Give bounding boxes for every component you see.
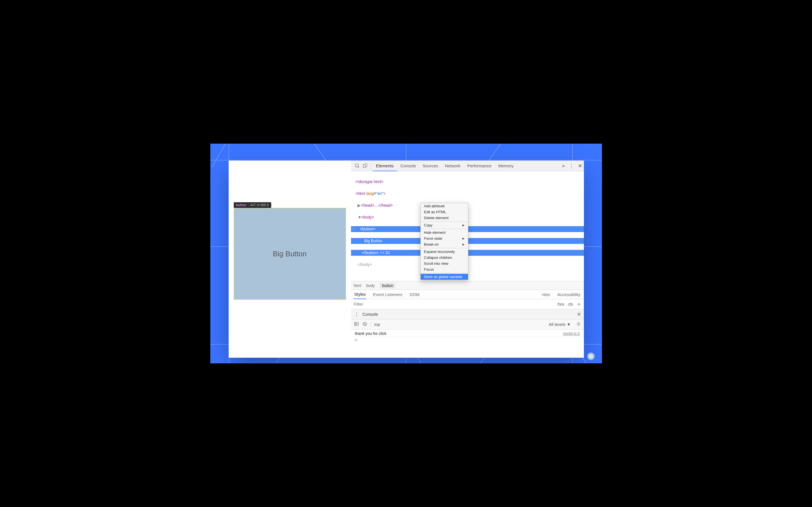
crumb-button[interactable]: button — [380, 283, 395, 288]
context-menu-item[interactable]: Delete element — [421, 215, 468, 221]
inspect-tooltip: button 447.3×365.5 — [234, 202, 271, 208]
page-preview: button 447.3×365.5 Big Button — [229, 161, 351, 358]
crumb-body[interactable]: body — [366, 283, 375, 288]
context-menu-item[interactable]: Collapse children — [421, 255, 468, 261]
console-settings-icon[interactable] — [576, 321, 581, 327]
tab-network[interactable]: Network — [442, 161, 464, 171]
console-log-row: thank you for click script.js:2 — [351, 331, 584, 337]
execution-context[interactable]: top — [374, 322, 380, 327]
console-toolbar: top All levels ▼ — [351, 320, 584, 330]
context-menu-item[interactable]: Store as global variable — [421, 274, 468, 280]
subtab-styles[interactable]: Styles — [354, 290, 366, 299]
subtab-accessibility[interactable]: Accessibility — [557, 290, 581, 299]
log-levels-dropdown[interactable]: All levels ▼ — [549, 322, 571, 327]
subtab-dom-breakpoints[interactable]: DOM — [409, 290, 420, 299]
hov-toggle[interactable]: :hov — [557, 302, 564, 306]
context-menu-item[interactable]: Copy▶ — [421, 222, 468, 228]
clear-console-icon[interactable] — [362, 321, 367, 327]
context-menu-item[interactable]: Edit as HTML — [421, 209, 468, 215]
tooltip-tagname: button — [236, 203, 246, 207]
context-menu-item[interactable]: Break on▶ — [421, 241, 468, 247]
styles-filter-input[interactable] — [354, 302, 410, 306]
new-style-rule-icon[interactable]: ＋ — [576, 300, 581, 308]
tab-performance[interactable]: Performance — [464, 161, 495, 171]
tooltip-dimensions: 447.3×365.5 — [250, 203, 269, 207]
context-menu-item[interactable]: Hide element — [421, 230, 468, 235]
log-message: thank you for click — [355, 331, 387, 336]
close-drawer-icon[interactable]: ✕ — [577, 311, 581, 318]
subtab-event-listeners[interactable]: Event Listeners — [372, 290, 403, 299]
console-sidebar-toggle-icon[interactable] — [354, 321, 359, 327]
subtab-properties-cut[interactable]: rties — [541, 290, 550, 299]
context-menu-item[interactable]: Add attribute — [421, 203, 468, 209]
letterbox-top — [210, 131, 602, 144]
svg-point-5 — [578, 323, 579, 325]
big-button-label: Big Button — [273, 249, 307, 258]
console-output[interactable]: thank you for click script.js:2 > — [351, 330, 584, 358]
device-toolbar-icon[interactable] — [361, 162, 369, 170]
kebab-menu-icon[interactable]: ⋮ — [569, 163, 574, 169]
console-drawer-title: Console — [363, 312, 378, 317]
context-menu-item[interactable]: Focus — [421, 267, 468, 272]
tab-console[interactable]: Console — [397, 161, 419, 171]
styles-filter-bar: :hov .cls ＋ — [351, 299, 584, 309]
close-devtools-icon[interactable]: ✕ — [578, 163, 582, 169]
letterbox-bottom — [210, 363, 602, 376]
tab-sources[interactable]: Sources — [419, 161, 442, 171]
context-menu: Add attributeEdit as HTMLDelete elementC… — [420, 203, 468, 280]
devtools-tabbar: Elements Console Sources Network Perform… — [351, 161, 584, 171]
context-menu-item[interactable]: Force state▶ — [421, 235, 468, 241]
svg-rect-2 — [365, 164, 367, 166]
big-button[interactable]: Big Button — [234, 208, 346, 300]
more-tabs-icon[interactable]: » — [562, 163, 565, 169]
app-window: button 447.3×365.5 Big Button — [229, 161, 584, 358]
chrome-logo-icon — [587, 353, 595, 360]
context-menu-item[interactable]: Scroll into view — [421, 261, 468, 267]
context-menu-item[interactable]: Expand recursively — [421, 249, 468, 255]
inspect-element-icon[interactable] — [353, 162, 361, 170]
styles-subtabs: Styles Event Listeners DOM rties Accessi… — [351, 290, 584, 299]
console-drawer-header: ⋮ Console ✕ — [351, 309, 584, 320]
crumb-html[interactable]: html — [354, 283, 361, 288]
log-source-link[interactable]: script.js:2 — [563, 331, 580, 336]
tab-memory[interactable]: Memory — [495, 161, 517, 171]
breadcrumbs: html body button — [351, 281, 584, 290]
drawer-kebab-icon[interactable]: ⋮ — [354, 312, 359, 317]
cls-toggle[interactable]: .cls — [567, 302, 573, 306]
console-prompt[interactable]: > — [351, 337, 584, 343]
slide-background: button 447.3×365.5 Big Button — [210, 144, 602, 363]
tab-elements[interactable]: Elements — [373, 161, 397, 171]
